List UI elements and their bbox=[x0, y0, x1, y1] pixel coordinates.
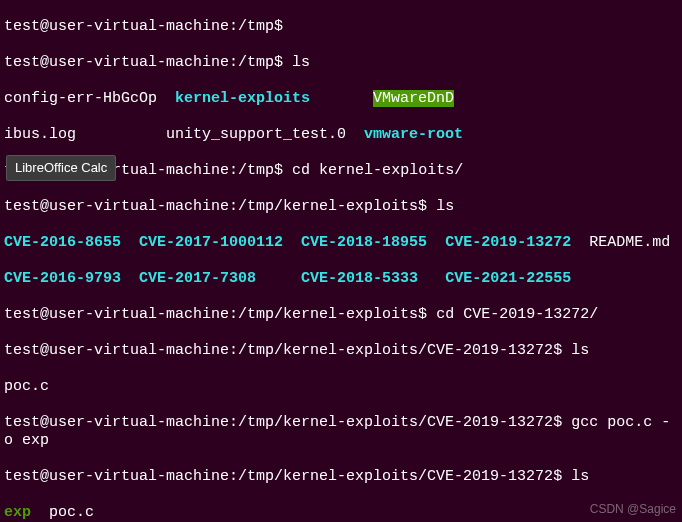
ls-output: ibus.log unity_support_test.0 vmware-roo… bbox=[4, 126, 678, 144]
prompt-line: test@user-virtual-machine:/tmp/kernel-ex… bbox=[4, 306, 678, 324]
watermark: CSDN @Sagice bbox=[590, 500, 676, 518]
ls-output: exp poc.c bbox=[4, 504, 678, 522]
prompt-line: test@user-virtual-machine:/tmp/kernel-ex… bbox=[4, 468, 678, 486]
prompt-line: test@user-virtual-machine:/tmp$ ls bbox=[4, 54, 678, 72]
prompt-line: test@user-virtual-machine:/tmp/kernel-ex… bbox=[4, 198, 678, 216]
prompt-line: test@user-virtual-machine:/tmp$ bbox=[4, 18, 678, 36]
ls-output: CVE-2016-9793 CVE-2017-7308 CVE-2018-533… bbox=[4, 270, 678, 288]
terminal[interactable]: test@user-virtual-machine:/tmp$ test@use… bbox=[0, 0, 682, 522]
ls-output: poc.c bbox=[4, 378, 678, 396]
ls-output: config-err-HbGcOp kernel-exploits VMware… bbox=[4, 90, 678, 108]
prompt-line: test@user-virtual-machine:/tmp/kernel-ex… bbox=[4, 414, 678, 450]
ls-output: CVE-2016-8655 CVE-2017-1000112 CVE-2018-… bbox=[4, 234, 678, 252]
prompt-line: test@user-virtual-machine:/tmp/kernel-ex… bbox=[4, 342, 678, 360]
tooltip-libreoffice-calc: LibreOffice Calc bbox=[6, 155, 116, 181]
